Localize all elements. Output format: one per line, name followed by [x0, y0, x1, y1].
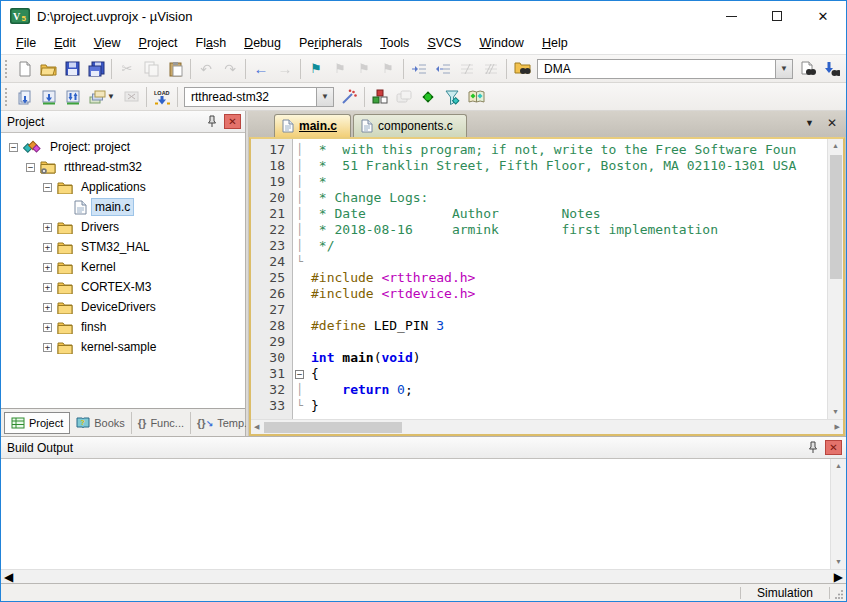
menu-project[interactable]: Project: [130, 33, 187, 53]
collapse-icon[interactable]: −: [9, 143, 18, 152]
new-file-button[interactable]: [13, 58, 35, 80]
menu-file[interactable]: File: [7, 33, 45, 53]
expand-icon[interactable]: +: [43, 263, 52, 272]
open-file-button[interactable]: [37, 58, 59, 80]
fold-marker: [293, 334, 306, 350]
build-output-horizontal-scrollbar[interactable]: ◀ ▶: [1, 569, 846, 583]
minimize-button[interactable]: [708, 1, 754, 31]
scroll-up-icon[interactable]: ▲: [835, 461, 842, 471]
editor-horizontal-scrollbar[interactable]: ◀ ▶: [251, 419, 843, 434]
tree-item-kernel[interactable]: +Kernel: [1, 257, 245, 277]
editor-tab-components-c[interactable]: components.c: [353, 114, 467, 137]
tab-list-dropdown-icon[interactable]: ▼: [805, 118, 814, 128]
fold-marker: │: [293, 174, 306, 190]
scroll-thumb[interactable]: [830, 155, 842, 279]
tree-item-rtthread-stm32[interactable]: −rtthread-stm32: [1, 157, 245, 177]
scroll-down-icon[interactable]: ▼: [835, 557, 842, 567]
menu-window[interactable]: Window: [470, 33, 532, 53]
chevron-down-icon[interactable]: ▼: [316, 88, 333, 106]
tree-item-stm32-hal[interactable]: +STM32_HAL: [1, 237, 245, 257]
panel-tab-func[interactable]: {}Func...: [132, 412, 191, 434]
panel-tab-books[interactable]: ?Books: [70, 412, 132, 434]
scroll-right-icon[interactable]: ▶: [835, 423, 840, 431]
window-title: D:\project.uvprojx - µVision: [37, 9, 192, 24]
outdent-button[interactable]: [432, 58, 454, 80]
find-in-files-dialog-button[interactable]: [797, 58, 819, 80]
batch-build-button[interactable]: ▼: [86, 86, 118, 108]
toolbar-grip[interactable]: [5, 88, 8, 106]
menu-peripherals[interactable]: Peripherals: [290, 33, 371, 53]
scroll-right-icon[interactable]: ▶: [834, 570, 843, 584]
chevron-down-icon[interactable]: ▼: [775, 60, 792, 78]
build-output-text[interactable]: [1, 459, 830, 569]
tree-item-cortex-m3[interactable]: +CORTEX-M3: [1, 277, 245, 297]
build-button[interactable]: [38, 86, 60, 108]
save-button[interactable]: [61, 58, 83, 80]
tree-item-finsh[interactable]: +finsh: [1, 317, 245, 337]
expand-icon[interactable]: +: [43, 243, 52, 252]
collapse-icon[interactable]: −: [43, 183, 52, 192]
indent-button[interactable]: [408, 58, 430, 80]
target-combo[interactable]: rtthread-stm32▼: [184, 87, 334, 107]
tree-item-devicedrivers[interactable]: +DeviceDrivers: [1, 297, 245, 317]
menu-flash[interactable]: Flash: [187, 33, 236, 53]
search-combo[interactable]: DMA▼: [537, 59, 793, 79]
scroll-up-icon[interactable]: ▲: [832, 141, 839, 151]
build-output-header: Build Output ✕: [1, 437, 846, 459]
menu-view[interactable]: View: [85, 33, 130, 53]
expand-icon[interactable]: +: [43, 343, 52, 352]
collapse-icon[interactable]: −: [26, 163, 35, 172]
menu-tools[interactable]: Tools: [371, 33, 418, 53]
find-in-files-button[interactable]: [511, 58, 533, 80]
options-for-target-button[interactable]: [338, 86, 360, 108]
code-fold-margin[interactable]: │││││││└ −│└: [293, 139, 306, 419]
editor-tab-main-c[interactable]: main.c: [274, 114, 351, 137]
close-tab-icon[interactable]: ✕: [827, 116, 837, 130]
menu-edit[interactable]: Edit: [45, 33, 85, 53]
scroll-left-icon[interactable]: ◀: [254, 423, 259, 431]
tree-item-main-c[interactable]: main.c: [1, 197, 245, 217]
expand-icon[interactable]: +: [43, 223, 52, 232]
fold-collapse-icon[interactable]: −: [295, 370, 304, 379]
close-button[interactable]: ✕: [800, 1, 846, 31]
code-area[interactable]: 1718192021222324252627282930313233 │││││…: [251, 139, 843, 419]
build-output-vertical-scrollbar[interactable]: ▲ ▼: [830, 459, 846, 569]
expand-icon[interactable]: +: [43, 323, 52, 332]
build-output-close-button[interactable]: ✕: [825, 440, 842, 455]
project-panel-close-button[interactable]: ✕: [224, 114, 241, 129]
select-software-packs-button[interactable]: [441, 86, 463, 108]
download-to-flash-button[interactable]: LOAD: [151, 86, 173, 108]
rebuild-all-button[interactable]: [62, 86, 84, 108]
tree-item-project-project[interactable]: −Project: project: [1, 137, 245, 157]
scroll-down-icon[interactable]: ▼: [832, 407, 839, 417]
pin-button[interactable]: [804, 440, 822, 456]
manage-rte-button[interactable]: [417, 86, 439, 108]
code-text[interactable]: * with this program; if not, write to th…: [306, 139, 827, 419]
incremental-find-button[interactable]: [821, 58, 843, 80]
tree-item-applications[interactable]: −Applications: [1, 177, 245, 197]
tree-item-drivers[interactable]: +Drivers: [1, 217, 245, 237]
bookmark-toggle-button[interactable]: ⚑: [305, 58, 327, 80]
panel-tab-project[interactable]: Project: [4, 412, 70, 434]
pin-button[interactable]: [203, 114, 221, 130]
fold-marker: │: [293, 382, 306, 398]
manage-project-items-button[interactable]: [369, 86, 391, 108]
translate-file-button[interactable]: [14, 86, 36, 108]
resize-grip[interactable]: [830, 584, 846, 601]
expand-icon[interactable]: +: [43, 303, 52, 312]
save-all-button[interactable]: [85, 58, 107, 80]
editor-vertical-scrollbar[interactable]: ▲ ▼: [827, 139, 843, 419]
scroll-thumb[interactable]: [264, 422, 402, 433]
menu-svcs[interactable]: SVCS: [418, 33, 470, 53]
navigate-back-button[interactable]: ←: [250, 58, 272, 80]
scroll-left-icon[interactable]: ◀: [4, 570, 13, 584]
menu-help[interactable]: Help: [533, 33, 577, 53]
chevron-down-icon[interactable]: ▼: [107, 92, 115, 101]
expand-icon[interactable]: +: [43, 283, 52, 292]
pack-installer-button[interactable]: [465, 86, 487, 108]
menu-debug[interactable]: Debug: [235, 33, 290, 53]
paste-button[interactable]: [164, 58, 186, 80]
tree-item-kernel-sample[interactable]: +kernel-sample: [1, 337, 245, 357]
toolbar-grip[interactable]: [5, 60, 7, 78]
maximize-button[interactable]: [754, 1, 800, 31]
